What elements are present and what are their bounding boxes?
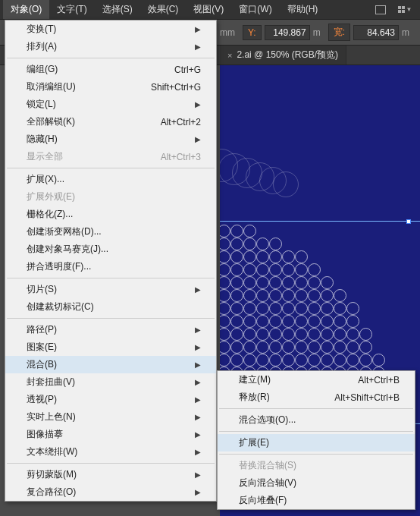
menu-item-label: 取消编组(U) xyxy=(27,80,76,93)
separator xyxy=(219,431,413,432)
blend-menu-item[interactable]: 扩展(E) xyxy=(218,434,415,452)
object-menu-item[interactable]: 变换(T)▶ xyxy=(5,20,216,38)
object-menu-item[interactable]: 文本绕排(W)▶ xyxy=(5,443,216,461)
y-value[interactable]: 149.867 xyxy=(265,25,310,40)
separator xyxy=(7,168,215,168)
menu-item-label: 编组(G) xyxy=(27,63,58,76)
menu-item-label: 混合选项(O)... xyxy=(239,414,296,426)
menu-item-label: 实时上色(N) xyxy=(27,411,76,423)
menu-item-label: 混合(B) xyxy=(27,358,57,371)
object-menu-item[interactable]: 复合路径(O)▶ xyxy=(5,483,216,501)
submenu-arrow-icon: ▶ xyxy=(195,285,201,294)
x-unit: mm xyxy=(220,27,235,38)
submenu-arrow-icon: ▶ xyxy=(195,135,201,143)
tab-title: 2.ai @ 150% (RGB/预览) xyxy=(237,49,338,61)
menu-item-label: 复合路径(O) xyxy=(27,486,76,499)
menu-item-label: 扩展外观(E) xyxy=(27,190,75,203)
submenu-arrow-icon: ▶ xyxy=(195,378,201,386)
submenu-arrow-icon: ▶ xyxy=(195,395,201,404)
object-menu-item[interactable]: 拼合透明度(F)... xyxy=(5,258,216,275)
menu-item-label: 替换混合轴(S) xyxy=(239,459,296,472)
object-menu-item[interactable]: 创建渐变网格(D)... xyxy=(5,223,216,241)
submenu-arrow-icon: ▶ xyxy=(195,343,201,351)
separator xyxy=(7,278,215,278)
close-icon[interactable]: × xyxy=(227,51,232,60)
object-menu-item[interactable]: 实时上色(N)▶ xyxy=(5,408,216,426)
menu-item-label: 拼合透明度(F)... xyxy=(27,260,91,273)
menu-help[interactable]: 帮助(H) xyxy=(280,0,326,19)
object-menu-item[interactable]: 剪切蒙版(M)▶ xyxy=(5,466,216,483)
menu-item-label: 反向混合轴(V) xyxy=(239,477,296,489)
object-menu-item[interactable]: 栅格化(Z)... xyxy=(5,206,216,223)
menu-item-label: 反向堆叠(F) xyxy=(239,494,287,507)
menu-item-label: 剪切蒙版(M) xyxy=(27,468,77,481)
menu-type[interactable]: 文字(T) xyxy=(49,0,94,19)
menu-item-label: 文本绕排(W) xyxy=(27,445,77,458)
w-unit: m xyxy=(402,27,409,38)
object-menu-item[interactable]: 创建对象马赛克(J)... xyxy=(5,241,216,258)
blend-menu-item[interactable]: 反向混合轴(V) xyxy=(218,474,415,492)
menu-shortcut: Alt+Ctrl+2 xyxy=(161,117,201,127)
submenu-arrow-icon: ▶ xyxy=(195,448,201,456)
object-menu-item[interactable]: 混合(B)▶ xyxy=(5,356,216,373)
object-menu-item[interactable]: 隐藏(H)▶ xyxy=(5,131,216,148)
object-menu-item[interactable]: 路径(P)▶ xyxy=(5,321,216,338)
blend-menu-item[interactable]: 反向堆叠(F) xyxy=(218,492,415,509)
menu-view[interactable]: 视图(V) xyxy=(186,0,231,19)
object-menu-item[interactable]: 排列(A)▶ xyxy=(5,38,216,55)
blend-menu-item[interactable]: 混合选项(O)... xyxy=(218,411,415,429)
menu-item-label: 建立(M) xyxy=(239,373,271,386)
arrange-icon[interactable]: ▼ xyxy=(396,2,414,17)
menu-object[interactable]: 对象(O) xyxy=(3,0,49,19)
doc-layout-icon[interactable] xyxy=(371,2,390,17)
submenu-arrow-icon: ▶ xyxy=(195,360,201,369)
object-menu-item[interactable]: 编组(G)Ctrl+G xyxy=(5,61,216,78)
submenu-arrow-icon: ▶ xyxy=(195,100,201,109)
separator xyxy=(7,318,215,319)
object-menu-dropdown: 变换(T)▶排列(A)▶编组(G)Ctrl+G取消编组(U)Shift+Ctrl… xyxy=(5,20,217,502)
document-tab[interactable]: × 2.ai @ 150% (RGB/预览) xyxy=(220,46,346,64)
blend-menu-item[interactable]: 释放(R)Alt+Shift+Ctrl+B xyxy=(218,389,415,406)
object-menu-item[interactable]: 图像描摹▶ xyxy=(5,426,216,443)
menu-item-label: 创建渐变网格(D)... xyxy=(27,225,102,238)
menu-item-label: 释放(R) xyxy=(239,391,270,404)
menu-item-label: 切片(S) xyxy=(27,283,57,296)
menubar: 对象(O) 文字(T) 选择(S) 效果(C) 视图(V) 窗口(W) 帮助(H… xyxy=(0,0,420,20)
separator xyxy=(7,463,215,464)
menu-item-label: 路径(P) xyxy=(27,323,57,336)
blend-submenu: 建立(M)Alt+Ctrl+B释放(R)Alt+Shift+Ctrl+B混合选项… xyxy=(217,370,415,510)
submenu-arrow-icon: ▶ xyxy=(195,25,201,33)
menu-item-label: 创建裁切标记(C) xyxy=(27,300,94,313)
menu-item-label: 变换(T) xyxy=(27,23,56,36)
object-menu-item[interactable]: 全部解锁(K)Alt+Ctrl+2 xyxy=(5,113,216,131)
object-menu-item[interactable]: 切片(S)▶ xyxy=(5,281,216,298)
menu-effect[interactable]: 效果(C) xyxy=(140,0,186,19)
object-menu-item[interactable]: 创建裁切标记(C) xyxy=(5,298,216,316)
menu-shortcut: Alt+Shift+Ctrl+B xyxy=(334,392,400,403)
menu-item-label: 全部解锁(K) xyxy=(27,115,75,128)
object-menu-item[interactable]: 锁定(L)▶ xyxy=(5,96,216,113)
submenu-arrow-icon: ▶ xyxy=(195,413,201,421)
blend-menu-item[interactable]: 建立(M)Alt+Ctrl+B xyxy=(218,371,415,389)
menu-item-label: 图案(E) xyxy=(27,341,57,354)
menu-item-label: 排列(A) xyxy=(27,40,57,53)
menu-item-label: 创建对象马赛克(J)... xyxy=(27,243,108,256)
menu-select[interactable]: 选择(S) xyxy=(95,0,140,19)
object-menu-item[interactable]: 透视(P)▶ xyxy=(5,391,216,408)
menu-window[interactable]: 窗口(W) xyxy=(231,0,279,19)
menu-item-label: 锁定(L) xyxy=(27,98,56,111)
object-menu-item[interactable]: 图案(E)▶ xyxy=(5,338,216,356)
submenu-arrow-icon: ▶ xyxy=(195,488,201,496)
menu-item-label: 透视(P) xyxy=(27,393,57,406)
object-menu-item[interactable]: 取消编组(U)Shift+Ctrl+G xyxy=(5,78,216,96)
menu-shortcut: Shift+Ctrl+G xyxy=(151,82,201,93)
object-menu-item[interactable]: 封套扭曲(V)▶ xyxy=(5,373,216,391)
menu-item-label: 隐藏(H) xyxy=(27,133,58,146)
menu-shortcut: Ctrl+G xyxy=(174,64,201,75)
w-value[interactable]: 84.643 xyxy=(353,25,399,40)
menu-shortcut: Alt+Ctrl+3 xyxy=(161,152,201,162)
menu-item-label: 扩展(E) xyxy=(239,436,269,449)
handle-top-mid[interactable] xyxy=(406,219,411,224)
object-menu-item[interactable]: 扩展(X)... xyxy=(5,171,216,188)
y-label: Y: xyxy=(243,25,262,40)
